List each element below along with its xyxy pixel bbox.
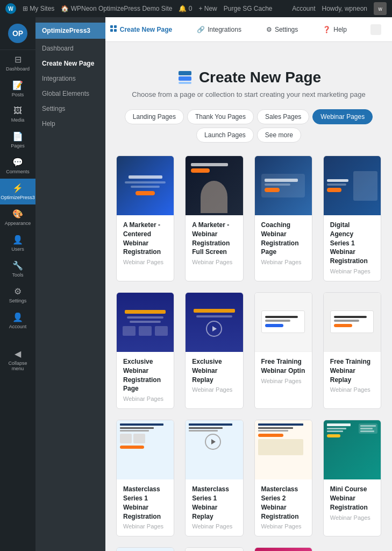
- notifications[interactable]: 🔔 0: [179, 5, 192, 12]
- template-name-3: Digital Agency Series 1 Webinar Registra…: [330, 221, 374, 266]
- main-content: Create New Page Choose from a page or co…: [105, 17, 392, 551]
- template-category-6: Webinar Pages: [261, 378, 305, 384]
- admin-bar: W ⊞ My Sites 🏠 WPNeon OptimizePress Demo…: [0, 0, 392, 17]
- account-link[interactable]: Account: [292, 5, 315, 12]
- svg-rect-5: [110, 29, 113, 32]
- op-submenu: OptimizePress3 Dashboard Create New Page…: [35, 17, 105, 551]
- template-thumb-9: [186, 420, 243, 479]
- topbar-right-icon: [370, 24, 381, 35]
- template-category-3: Webinar Pages: [330, 268, 374, 274]
- sidebar-item-media[interactable]: 🖼 Media: [0, 102, 35, 127]
- svg-rect-4: [114, 25, 117, 28]
- site-name[interactable]: 🏠 WPNeon OptimizePress Demo Site: [61, 5, 172, 12]
- sidebar-item-optimizepress[interactable]: ⚡ OptimizePress3: [0, 179, 35, 204]
- op-submenu-create-new-page[interactable]: Create New Page: [35, 56, 105, 71]
- template-thumb-7: [324, 293, 381, 352]
- template-card-8[interactable]: Masterclass Series 1 Webinar Registratio…: [116, 420, 174, 536]
- tab-see-more[interactable]: See more: [257, 128, 301, 143]
- sidebar-item-dashboard[interactable]: ⊟ Dashboard: [0, 50, 35, 76]
- template-card-11[interactable]: Mini Course Webinar Registration Webinar…: [323, 420, 381, 536]
- tab-launch-pages[interactable]: Launch Pages: [196, 128, 254, 143]
- settings-nav-label: Settings: [275, 26, 298, 33]
- optimizepress-icon: ⚡: [12, 183, 23, 193]
- sidebar-item-tools[interactable]: 🔧 Tools: [0, 256, 35, 282]
- template-card-3[interactable]: Digital Agency Series 1 Webinar Registra…: [323, 156, 381, 281]
- template-category-9: Webinar Pages: [192, 523, 236, 529]
- sidebar-item-pages[interactable]: 📄 Pages: [0, 127, 35, 153]
- template-thumb-13: [186, 548, 243, 551]
- sidebar-item-settings[interactable]: ⚙ Settings: [0, 282, 35, 308]
- create-page-nav-icon: [110, 25, 117, 34]
- sidebar-item-account[interactable]: 👤 Account: [0, 308, 35, 334]
- template-card-4[interactable]: Exclusive Webinar Registration Page Webi…: [116, 292, 174, 409]
- sidebar-label: Collapse menu: [2, 361, 33, 371]
- template-card-0[interactable]: A Marketer - Centered Webinar Registrati…: [116, 156, 174, 281]
- user-avatar[interactable]: w: [374, 2, 387, 15]
- template-category-10: Webinar Pages: [261, 523, 305, 529]
- op-submenu-global-elements[interactable]: Global Elements: [35, 86, 105, 101]
- template-category-11: Webinar Pages: [330, 514, 374, 521]
- op-submenu-integrations[interactable]: Integrations: [35, 71, 105, 86]
- template-name-6: Free Training Webinar Optin: [261, 357, 305, 376]
- template-name-0: A Marketer - Centered Webinar Registrati…: [123, 221, 167, 257]
- tools-icon: 🔧: [12, 260, 23, 271]
- tab-landing-pages[interactable]: Landing Pages: [125, 109, 184, 124]
- template-name-2: Coaching Webinar Registration Page: [261, 221, 305, 257]
- template-thumb-5: [186, 293, 243, 352]
- users-icon: 👤: [12, 235, 23, 245]
- template-category-5: Webinar Pages: [192, 386, 236, 393]
- template-name-8: Masterclass Series 1 Webinar Registratio…: [123, 485, 167, 521]
- template-card-9[interactable]: Masterclass Series 1 Webinar Replay Webi…: [185, 420, 243, 536]
- sidebar-label: Posts: [12, 92, 24, 97]
- template-name-9: Masterclass Series 1 Webinar Replay: [192, 485, 236, 521]
- template-card-12[interactable]: Personal Brand Series 2 Webinar Registra…: [116, 547, 174, 551]
- media-icon: 🖼: [13, 106, 22, 116]
- template-thumb-10: [255, 420, 312, 479]
- template-card-5[interactable]: Exclusive Webinar Replay Webinar Pages: [185, 292, 243, 409]
- sidebar-item-collapse[interactable]: ◀ Collapse menu: [0, 344, 35, 376]
- template-card-1[interactable]: A Marketer - Webinar Registration Full S…: [185, 156, 243, 281]
- svg-rect-6: [114, 29, 117, 32]
- appearance-icon: 🎨: [12, 209, 23, 219]
- topbar-integrations[interactable]: 🔗 Integrations: [193, 24, 246, 36]
- sidebar-item-posts[interactable]: 📝 Posts: [0, 76, 35, 102]
- page-header: Create New Page Choose from a page or co…: [116, 53, 381, 109]
- topbar-settings[interactable]: ⚙ Settings: [262, 24, 302, 36]
- tab-sales-pages[interactable]: Sales Pages: [257, 109, 309, 124]
- template-category-1: Webinar Pages: [192, 259, 236, 265]
- template-card-14[interactable]: Personal Brand Series 1 Webinar Registra…: [254, 547, 312, 551]
- purge-cache[interactable]: Purge SG Cache: [224, 5, 273, 12]
- template-category-8: Webinar Pages: [123, 523, 167, 529]
- filter-tabs: Landing Pages Thank You Pages Sales Page…: [116, 109, 381, 143]
- template-card-2[interactable]: Coaching Webinar Registration Page Webin…: [254, 156, 312, 281]
- template-card-6[interactable]: Free Training Webinar Optin Webinar Page…: [254, 292, 312, 409]
- template-card-13[interactable]: Client Success Webinar Registration Webi…: [185, 547, 243, 551]
- new-content[interactable]: + New: [198, 5, 217, 12]
- op-submenu-settings[interactable]: Settings: [35, 101, 105, 116]
- comments-icon: 💬: [12, 157, 23, 167]
- tab-thank-you-pages[interactable]: Thank You Pages: [187, 109, 254, 124]
- pages-icon: 📄: [12, 131, 23, 142]
- sidebar-item-comments[interactable]: 💬 Comments: [0, 153, 35, 179]
- template-grid: A Marketer - Centered Webinar Registrati…: [116, 156, 381, 551]
- svg-rect-9: [179, 82, 191, 84]
- op-submenu-dashboard[interactable]: Dashboard: [35, 41, 105, 56]
- sidebar-label: Comments: [6, 169, 30, 174]
- my-sites[interactable]: ⊞ My Sites: [23, 5, 54, 12]
- op-submenu-help[interactable]: Help: [35, 116, 105, 131]
- help-nav-icon: ❓: [323, 26, 331, 33]
- dashboard-icon: ⊟: [15, 54, 22, 65]
- tab-webinar-pages[interactable]: Webinar Pages: [312, 109, 373, 124]
- template-thumb-14: [255, 548, 312, 551]
- wp-logo[interactable]: W: [5, 3, 16, 14]
- template-card-10[interactable]: Masterclass Series 2 Webinar Registratio…: [254, 420, 312, 536]
- topbar-help[interactable]: ❓ Help: [318, 24, 351, 36]
- user-greeting[interactable]: Howdy, wpneon: [322, 5, 368, 12]
- template-name-5: Exclusive Webinar Replay: [192, 357, 236, 384]
- sidebar-item-users[interactable]: 👤 Users: [0, 230, 35, 256]
- integrations-nav-icon: 🔗: [197, 26, 205, 33]
- template-card-7[interactable]: Free Training Webinar Replay Webinar Pag…: [323, 292, 381, 409]
- page-subtitle: Choose from a page or collection to star…: [127, 90, 370, 98]
- sidebar-item-appearance[interactable]: 🎨 Appearance: [0, 204, 35, 230]
- topbar-create-new-page[interactable]: Create New Page: [105, 23, 176, 36]
